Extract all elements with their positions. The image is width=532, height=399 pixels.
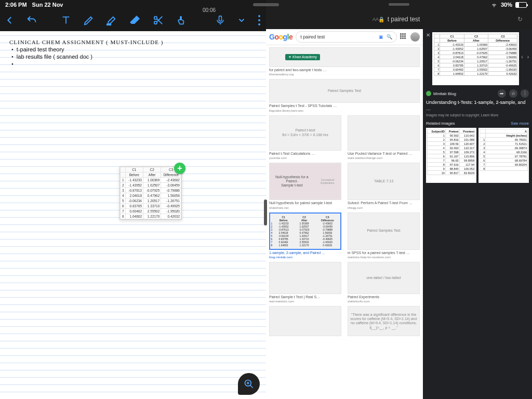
pasted-table-card[interactable]: + C1 C2 C3 Before After Difference 1-1.4… <box>119 166 182 220</box>
split-view-divider[interactable] <box>264 200 267 225</box>
result-caption[interactable]: Null hypothesis for paired sample t-test <box>269 201 341 205</box>
google-results-column[interactable]: Google t paired test ▣ 🔍 ✦ Khan Academy … <box>266 29 423 399</box>
result-thumb[interactable]: Null-hypothesis for a Paired-Sample t-te… <box>269 163 341 200</box>
note-bullet: t-paired test theory <box>11 46 261 53</box>
chevron-down-icon[interactable] <box>237 14 246 27</box>
undo-icon[interactable] <box>26 14 37 27</box>
detail-subtitle: Images may be subject to copyright. Lear… <box>426 113 529 117</box>
share-icon[interactable]: ➦ <box>498 89 506 98</box>
safari-address-bar[interactable]: AA 🔒 t paired test ↻ <box>266 9 532 29</box>
svg-rect-3 <box>219 16 221 21</box>
svg-point-6 <box>258 23 260 25</box>
text-tool-icon[interactable] <box>60 14 72 27</box>
reader-aa-icon[interactable]: AA <box>373 17 379 22</box>
next-icon[interactable]: › <box>527 54 529 60</box>
source-favicon <box>426 91 431 96</box>
reload-icon[interactable]: ↻ <box>517 16 523 23</box>
related-label: Related images <box>426 121 455 126</box>
wifi-icon <box>490 2 498 8</box>
result-source: statistics-help-for-students.com <box>348 256 420 259</box>
related-image[interactable]: SubjectIDPretestPosttest190.563110.64229… <box>426 128 476 183</box>
lock-icon: 🔒 <box>378 17 384 22</box>
result-caption[interactable]: Paired Sample t Test | Real S… <box>269 295 341 299</box>
result-caption[interactable]: Paired t-Test Calculations … <box>269 152 341 156</box>
note-bullet <box>11 60 261 68</box>
zoom-button[interactable] <box>238 373 260 395</box>
camera-icon[interactable]: ▣ <box>379 34 383 39</box>
result-source: statistics4u.com <box>348 300 420 303</box>
source-name[interactable]: Minitab Blog <box>433 91 456 96</box>
result-thumb-selected[interactable]: C1C2C3BeforeAfterDifference1-1.432331.00… <box>269 212 341 250</box>
result-source: stats.stackexchange.com <box>348 156 420 159</box>
battery-pct: 30% <box>501 2 512 8</box>
svg-rect-0 <box>107 24 111 25</box>
highlighter-tool-icon[interactable] <box>106 14 117 27</box>
note-canvas[interactable]: CLINICAL CHEM ASSIGNMENT ( MUST-INCLUDE … <box>0 31 266 399</box>
microphone-icon[interactable] <box>215 14 225 27</box>
result-thumb[interactable]: one-tailed / two-tailed <box>348 262 420 294</box>
image-detail-panel: ✕ C1C2C3BeforeAfterDifference1-1.432331.… <box>423 29 532 399</box>
ipad-status-bar: 2:06 PM Sun 22 Nov 30% <box>0 0 532 9</box>
see-more-link[interactable]: See more <box>511 121 529 126</box>
status-date: Sun 22 Nov <box>32 2 63 8</box>
more-icon[interactable] <box>258 14 261 27</box>
result-thumb[interactable] <box>269 262 341 294</box>
result-source: youtube.com <box>269 156 341 159</box>
result-thumb[interactable]: Paired Samples Test <box>348 212 420 250</box>
detail-image[interactable]: C1C2C3BeforeAfterDifference1-1.432331.00… <box>432 32 519 85</box>
svg-point-4 <box>258 15 260 17</box>
battery-icon <box>515 2 527 8</box>
result-source: slideshare.net <box>269 206 341 209</box>
detail-title[interactable]: Understanding t-Tests: 1-sample, 2-sampl… <box>426 100 529 112</box>
add-badge-icon[interactable]: + <box>174 163 185 174</box>
back-icon[interactable] <box>5 14 15 27</box>
account-avatar[interactable] <box>410 32 420 42</box>
result-source: khanacademy.org <box>269 73 420 76</box>
result-caption[interactable]: for paired and two-sample t tests … <box>269 68 420 72</box>
result-thumb[interactable]: TABLE 7.13 <box>348 163 420 200</box>
result-thumb[interactable]: ✦ Khan Academy <box>269 47 420 67</box>
lasso-scissors-icon[interactable] <box>153 14 164 27</box>
result-source: real-statistics.com <box>269 300 341 303</box>
result-thumb[interactable]: Paired Samples Test <box>269 79 420 103</box>
result-caption[interactable]: Use Pooled-Variance T-test or Paired … <box>348 152 420 156</box>
search-icon[interactable]: 🔍 <box>387 34 392 39</box>
result-thumb[interactable] <box>348 115 420 151</box>
google-header: Google t paired test ▣ 🔍 <box>266 29 423 45</box>
bookmark-icon[interactable]: ☆ <box>509 89 517 98</box>
url-text: t paired test <box>388 16 420 23</box>
prev-icon[interactable]: ‹ <box>521 54 523 60</box>
close-icon[interactable]: ✕ <box>426 32 430 38</box>
svg-point-5 <box>258 19 260 21</box>
note-title: CLINICAL CHEM ASSIGNMENT ( MUST-INCLUDE … <box>9 38 261 46</box>
result-caption[interactable]: Solved: Perform A Paired T-test From … <box>348 201 420 205</box>
result-source: chegg.com <box>348 206 420 209</box>
safari-pane: AA 🔒 t paired test ↻ Google t paired tes… <box>266 0 532 399</box>
google-search-input[interactable]: t paired test ▣ 🔍 <box>296 31 397 43</box>
result-caption[interactable]: 1-sample, 2-sample, and Paired … <box>269 251 341 255</box>
more-icon[interactable]: ⋮ <box>521 89 529 98</box>
note-bullet: lab results file ( scanned doc ) <box>11 53 261 60</box>
result-caption[interactable]: Paired Samples t Test - SPSS Tutorials … <box>269 104 420 108</box>
eraser-tool-icon[interactable] <box>129 14 141 27</box>
notes-app-pane: 00:06 CLINICAL CHEM ASSIGNMENT ( MUST-IN… <box>0 0 266 399</box>
tap-tool-icon[interactable] <box>176 14 187 27</box>
result-thumb[interactable] <box>269 306 341 336</box>
google-apps-icon[interactable] <box>400 33 407 41</box>
status-time: 2:06 PM <box>5 2 27 8</box>
google-logo[interactable]: Google <box>269 33 292 41</box>
search-query-text: t paired test <box>300 34 325 39</box>
related-image[interactable]: AHeight (inches)165.78331271.51521369.39… <box>478 128 529 183</box>
data-table: C1 C2 C3 Before After Difference 1-1.432… <box>120 167 181 219</box>
khan-academy-chip: ✦ Khan Academy <box>285 54 320 60</box>
multitask-handle-left[interactable] <box>253 3 279 6</box>
result-caption[interactable]: in SPSS for a paired samples T-test … <box>348 251 420 255</box>
result-caption[interactable]: Paired Experiments <box>348 295 420 299</box>
result-source: libguides.library.kent.edu <box>269 109 420 112</box>
result-source: blog.minitab.com <box>269 256 341 259</box>
result-thumb[interactable]: Paired t-testx̄d = Σd/n = 37/6 = 6.166 h… <box>269 115 341 151</box>
pen-tool-icon[interactable] <box>83 14 95 27</box>
result-thumb[interactable]: "There was a significant difference in t… <box>348 306 420 336</box>
